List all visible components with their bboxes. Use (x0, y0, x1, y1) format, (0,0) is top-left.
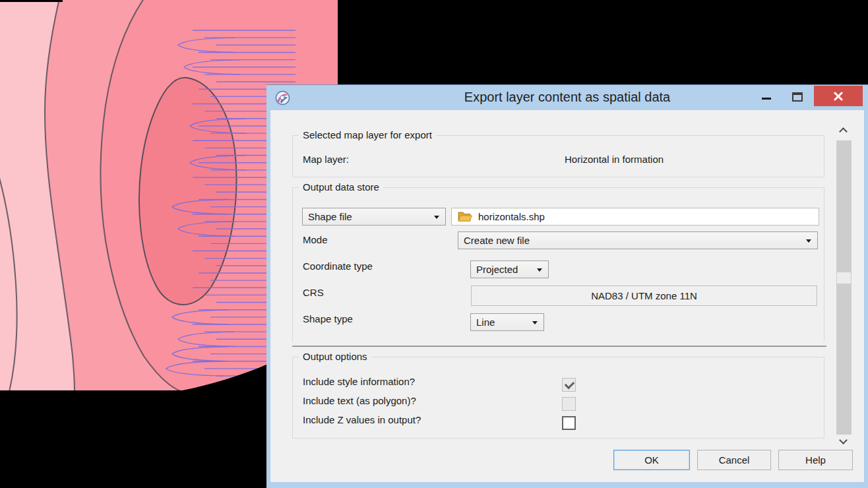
close-button[interactable] (814, 86, 863, 106)
group-selected-layer: Selected map layer for export (292, 135, 824, 177)
scroll-up-button[interactable] (840, 126, 848, 135)
crs-value: NAD83 / UTM zone 11N (591, 290, 697, 301)
help-button[interactable]: Help (778, 450, 853, 470)
include-z-checkbox[interactable] (562, 416, 576, 430)
screen: Export layer content as spatial data Sel… (0, 0, 868, 488)
chevron-down-icon (839, 436, 848, 444)
minimize-icon (762, 98, 771, 100)
group-legend: Output options (299, 351, 371, 362)
maximize-icon (792, 92, 803, 102)
map-layer-value: Horizontal in formation (565, 154, 664, 165)
scrollbar-track[interactable] (836, 140, 852, 435)
chevron-down-icon (434, 216, 439, 219)
mode-value: Create new file (464, 235, 530, 246)
export-dialog: Export layer content as spatial data Sel… (266, 84, 868, 488)
file-path-value: horizontals.shp (478, 211, 545, 222)
coordinate-type-label: Coordinate type (303, 260, 373, 272)
chevron-up-icon (839, 127, 848, 136)
maximize-button[interactable] (790, 90, 805, 104)
store-type-value: Shape file (308, 211, 352, 222)
group-separator (292, 346, 826, 347)
map-layer-label: Map layer: (303, 154, 349, 165)
crs-button[interactable]: NAD83 / UTM zone 11N (471, 286, 817, 306)
titlebar[interactable]: Export layer content as spatial data (266, 85, 868, 110)
map-top-bar (0, 0, 63, 2)
shape-type-label: Shape type (303, 313, 353, 324)
minimize-button[interactable] (760, 93, 773, 104)
include-z-label: Include Z values in output? (303, 414, 421, 425)
ok-button[interactable]: OK (613, 450, 690, 470)
mode-label: Mode (303, 234, 328, 245)
include-style-label: Include style information? (303, 376, 415, 387)
group-legend: Selected map layer for export (299, 129, 436, 140)
mode-select[interactable]: Create new file (458, 231, 818, 249)
chevron-down-icon (806, 239, 811, 243)
cancel-button[interactable]: Cancel (697, 450, 771, 470)
app-icon (275, 90, 290, 106)
scroll-down-button[interactable] (840, 437, 848, 446)
coordinate-type-select[interactable]: Projected (470, 260, 549, 278)
crs-label: CRS (303, 287, 324, 298)
group-legend: Output data store (299, 181, 383, 193)
open-folder-icon (458, 211, 472, 222)
file-path-input[interactable]: horizontals.shp (451, 208, 819, 226)
include-text-label: Include text (as polygon)? (303, 395, 416, 406)
store-type-select[interactable]: Shape file (302, 208, 446, 226)
shape-type-select[interactable]: Line (470, 313, 544, 331)
scrollbar-thumb[interactable] (837, 272, 851, 284)
coordinate-type-value: Projected (476, 264, 518, 275)
window-title: Export layer content as spatial data (464, 90, 670, 105)
chevron-down-icon (537, 268, 542, 272)
dialog-content: Selected map layer for export Map layer:… (270, 110, 864, 482)
include-style-checkbox (562, 378, 576, 392)
include-text-checkbox (562, 397, 576, 411)
chevron-down-icon (532, 321, 538, 324)
shape-type-value: Line (476, 317, 495, 328)
